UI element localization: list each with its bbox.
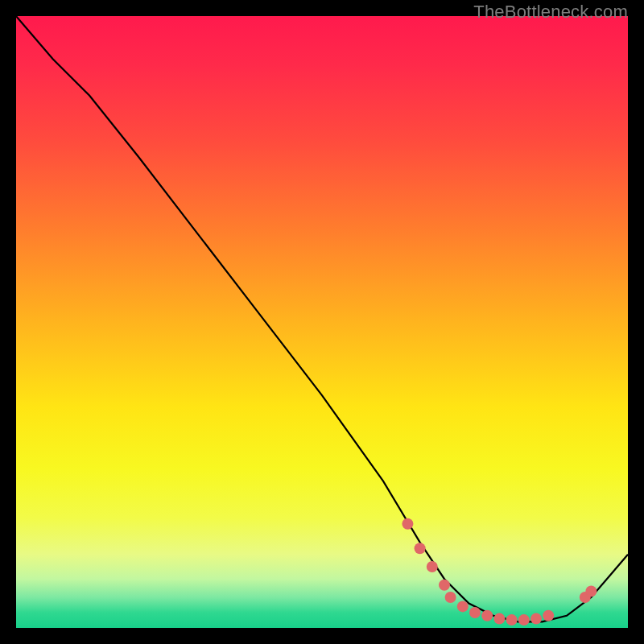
data-marker <box>481 610 493 621</box>
data-marker <box>543 610 554 621</box>
data-marker <box>457 601 469 612</box>
plot-area <box>16 16 628 628</box>
data-marker <box>445 592 456 603</box>
marker-group <box>402 518 597 625</box>
bottleneck-curve <box>16 16 628 621</box>
data-marker <box>427 561 438 572</box>
data-marker <box>469 607 481 618</box>
data-marker <box>518 614 530 625</box>
attribution-label: TheBottleneck.com <box>473 2 628 23</box>
data-marker <box>585 585 597 597</box>
chart-svg <box>16 16 628 628</box>
data-marker <box>439 580 450 591</box>
data-marker <box>402 518 413 530</box>
data-marker <box>530 613 542 625</box>
data-marker <box>493 613 505 625</box>
chart-stage: TheBottleneck.com <box>0 0 644 644</box>
data-marker <box>415 543 426 554</box>
data-marker <box>506 614 518 625</box>
